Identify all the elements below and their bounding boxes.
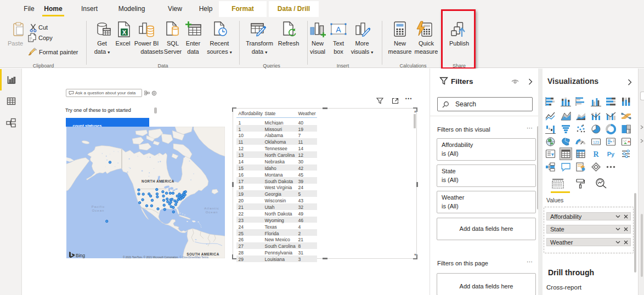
svg-text:123: 123	[593, 140, 599, 144]
svg-text:Py: Py	[607, 151, 615, 157]
svg-text:Bing: Bing	[76, 253, 85, 258]
svg-text:X: X	[122, 29, 127, 36]
svg-text:R: R	[593, 150, 599, 158]
svg-text:SOUTH AMERICA: SOUTH AMERICA	[187, 252, 219, 256]
svg-text:Ocean: Ocean	[206, 211, 218, 214]
svg-text:NORTH AMERICA: NORTH AMERICA	[142, 179, 174, 183]
svg-text:A: A	[336, 25, 341, 34]
svg-text:Ocean: Ocean	[92, 209, 105, 212]
svg-text:Atlantic: Atlantic	[204, 207, 219, 210]
svg-text:Pacific: Pacific	[92, 205, 105, 208]
svg-text:© 2021 TomTom, © 2021 Microsof: © 2021 TomTom, © 2021 Microsoft Corporat…	[123, 256, 209, 259]
